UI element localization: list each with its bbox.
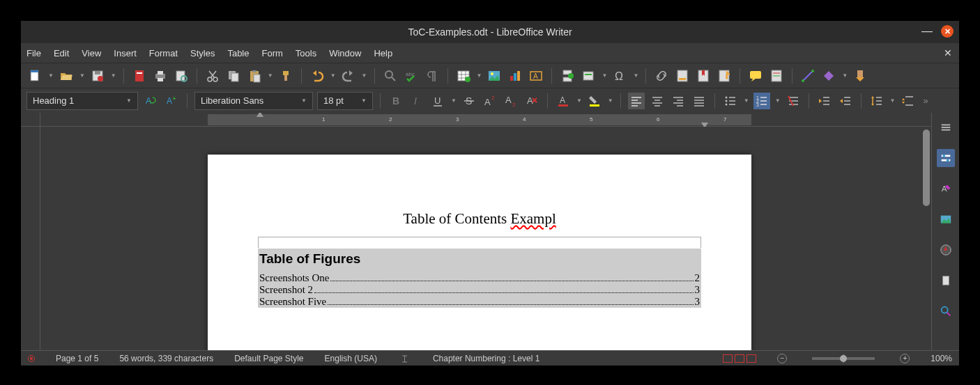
insert-field-button[interactable] xyxy=(580,68,597,84)
find-replace-button[interactable] xyxy=(382,68,399,84)
dropdown-arrow-icon[interactable]: ▼ xyxy=(775,97,781,104)
menu-table[interactable]: Table xyxy=(227,48,249,58)
tof-title[interactable]: Table of Figures xyxy=(258,249,701,272)
toolbar-overflow-icon[interactable]: » xyxy=(924,95,928,106)
close-window-button[interactable]: ✕ xyxy=(941,25,954,38)
dropdown-arrow-icon[interactable]: ▼ xyxy=(451,97,457,104)
spellcheck-button[interactable]: abc xyxy=(403,68,420,84)
styles-panel-button[interactable]: A xyxy=(937,180,955,198)
navigator-panel-button[interactable] xyxy=(937,241,955,259)
no-list-button[interactable] xyxy=(785,93,802,109)
single-page-view-icon[interactable] xyxy=(723,354,733,363)
insert-image-button[interactable] xyxy=(486,68,503,84)
dropdown-arrow-icon[interactable]: ▼ xyxy=(48,72,54,79)
subscript-button[interactable]: A2 xyxy=(503,93,519,109)
justify-button[interactable] xyxy=(691,93,707,109)
insert-footnote-button[interactable] xyxy=(674,68,691,84)
new-style-button[interactable]: A+ xyxy=(163,93,180,109)
misspelled-word[interactable]: Exampl xyxy=(510,210,556,227)
font-color-button[interactable]: A xyxy=(555,93,572,109)
tof-entry[interactable]: Screenshot Five3 xyxy=(258,296,701,308)
menu-insert[interactable]: Insert xyxy=(114,48,137,58)
scrollbar-thumb[interactable] xyxy=(923,129,930,206)
numbered-list-button[interactable]: 123 xyxy=(753,93,770,109)
undo-button[interactable] xyxy=(309,68,326,84)
bullet-list-button[interactable] xyxy=(722,93,739,109)
underline-button[interactable]: U xyxy=(429,93,446,109)
insert-bookmark-button[interactable] xyxy=(695,68,712,84)
insert-mode-field[interactable]: ⌶ xyxy=(398,354,412,363)
menu-help[interactable]: Help xyxy=(374,48,392,58)
cut-button[interactable] xyxy=(204,68,221,84)
dropdown-arrow-icon[interactable]: ▼ xyxy=(268,72,273,79)
table-of-figures[interactable]: Table of Figures Screenshots One2 Screen… xyxy=(258,249,701,308)
close-document-button[interactable]: ✕ xyxy=(944,47,952,58)
word-count-field[interactable]: 56 words, 339 characters xyxy=(119,354,213,363)
paste-button[interactable] xyxy=(246,68,263,84)
zoom-slider-handle[interactable] xyxy=(840,355,847,362)
page-number-field[interactable]: Page 1 of 5 xyxy=(56,354,98,363)
align-right-button[interactable] xyxy=(670,93,687,109)
menu-tools[interactable]: Tools xyxy=(296,48,316,58)
dropdown-arrow-icon[interactable]: ▼ xyxy=(330,72,336,79)
insert-text-box-button[interactable]: A xyxy=(528,68,544,84)
dropdown-arrow-icon[interactable]: ▼ xyxy=(890,97,896,104)
align-center-button[interactable] xyxy=(649,93,666,109)
line-spacing-button[interactable] xyxy=(868,93,885,109)
redo-button[interactable] xyxy=(340,68,357,84)
save-button[interactable] xyxy=(89,68,106,84)
new-document-button[interactable] xyxy=(26,68,43,84)
align-left-button[interactable] xyxy=(628,93,645,109)
export-pdf-button[interactable] xyxy=(131,68,148,84)
zoom-out-button[interactable]: − xyxy=(777,354,787,363)
italic-button[interactable]: I xyxy=(408,93,425,109)
vertical-ruler[interactable] xyxy=(21,127,40,350)
print-preview-button[interactable] xyxy=(173,68,190,84)
clone-formatting-button[interactable] xyxy=(277,68,294,84)
clear-formatting-button[interactable]: A xyxy=(523,93,540,109)
language-field[interactable]: English (USA) xyxy=(325,354,377,363)
dropdown-arrow-icon[interactable]: ▼ xyxy=(744,97,749,104)
insert-chart-button[interactable] xyxy=(507,68,523,84)
minimize-button[interactable]: — xyxy=(921,25,933,38)
insert-comment-button[interactable] xyxy=(747,68,764,84)
menu-window[interactable]: Window xyxy=(329,48,361,58)
menu-form[interactable]: Form xyxy=(261,48,282,58)
document-heading[interactable]: Table of Contents Exampl xyxy=(258,210,701,228)
vertical-scrollbar[interactable] xyxy=(921,127,931,350)
insert-line-button[interactable] xyxy=(799,68,816,84)
font-name-combo[interactable]: Liberation Sans▼ xyxy=(194,92,313,110)
page-panel-button[interactable] xyxy=(937,272,955,290)
dropdown-arrow-icon[interactable]: ▼ xyxy=(842,72,848,79)
show-draw-functions-button[interactable] xyxy=(852,68,868,84)
dropdown-arrow-icon[interactable]: ▼ xyxy=(576,97,582,104)
formatting-marks-button[interactable] xyxy=(424,68,441,84)
track-changes-button[interactable] xyxy=(768,68,785,84)
insert-hyperlink-button[interactable] xyxy=(653,68,670,84)
basic-shapes-button[interactable] xyxy=(820,68,837,84)
dropdown-arrow-icon[interactable]: ▼ xyxy=(477,72,482,79)
dropdown-arrow-icon[interactable]: ▼ xyxy=(111,72,116,79)
insert-table-button[interactable] xyxy=(455,68,472,84)
menu-styles[interactable]: Styles xyxy=(190,48,215,58)
menu-format[interactable]: Format xyxy=(149,48,178,58)
tof-entry[interactable]: Screenshot 23 xyxy=(258,284,701,296)
decrease-indent-button[interactable] xyxy=(837,93,854,109)
paragraph-style-combo[interactable]: Heading 1▼ xyxy=(26,92,138,110)
save-indicator-icon[interactable] xyxy=(28,355,35,362)
outline-level-field[interactable]: Chapter Numbering : Level 1 xyxy=(433,354,539,363)
increase-paragraph-spacing-button[interactable] xyxy=(900,93,917,109)
menu-edit[interactable]: Edit xyxy=(54,48,69,58)
insert-page-break-button[interactable] xyxy=(559,68,576,84)
dropdown-arrow-icon[interactable]: ▼ xyxy=(79,72,85,79)
menu-file[interactable]: File xyxy=(26,48,41,58)
insert-cross-reference-button[interactable] xyxy=(716,68,733,84)
multi-page-view-icon[interactable] xyxy=(735,354,744,363)
horizontal-ruler[interactable]: 1 2 3 4 5 6 7 xyxy=(40,113,931,127)
increase-indent-button[interactable] xyxy=(816,93,833,109)
menu-view[interactable]: View xyxy=(82,48,101,58)
zoom-in-button[interactable]: + xyxy=(900,354,910,363)
zoom-slider[interactable] xyxy=(812,357,875,360)
page[interactable]: Table of Contents Exampl Table of Figure… xyxy=(208,155,751,350)
book-view-icon[interactable] xyxy=(747,354,756,363)
